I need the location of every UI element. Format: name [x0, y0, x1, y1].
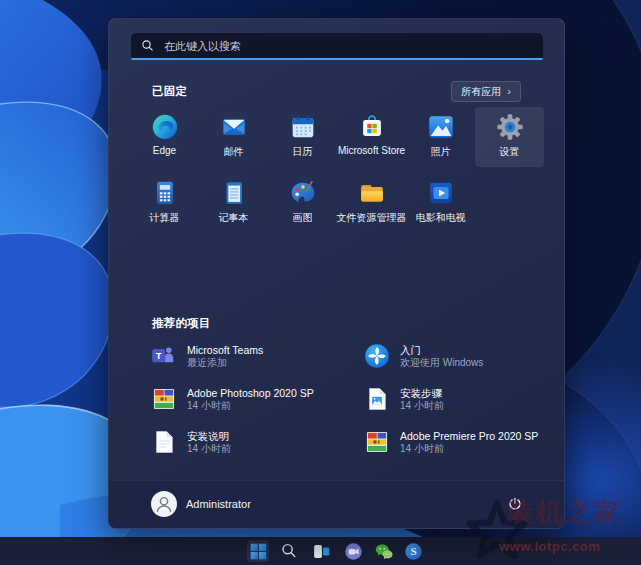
- taskbar-wechat-button[interactable]: [372, 540, 394, 562]
- paint-palette-icon: [288, 178, 318, 208]
- pinned-app-label: 邮件: [224, 145, 244, 159]
- text-file-icon: [150, 428, 178, 456]
- recommended-item-install-steps[interactable]: 安装步骤 14 小时前: [363, 384, 542, 414]
- wechat-icon: [374, 542, 393, 561]
- pinned-app-label: Microsoft Store: [338, 145, 405, 156]
- recommended-item-subtitle: 最近添加: [187, 357, 263, 369]
- taskbar-sogou-input-button[interactable]: S: [402, 540, 424, 562]
- recommended-item-subtitle: 欢迎使用 Windows: [400, 357, 483, 369]
- folder-icon: [357, 178, 387, 208]
- pinned-app-label: 画图: [293, 211, 313, 225]
- svg-text:T: T: [156, 350, 162, 361]
- calculator-icon: [150, 178, 180, 208]
- pinned-grid: Edge 邮件: [130, 107, 544, 239]
- pinned-app-label: 记事本: [219, 211, 249, 225]
- recommended-item-title: 入门: [400, 344, 483, 357]
- windows-start-icon: [249, 542, 268, 561]
- user-bar: Administrator: [109, 480, 564, 528]
- recommended-item-subtitle: 14 小时前: [400, 443, 538, 455]
- user-avatar-icon: [151, 491, 177, 517]
- mail-icon: [219, 112, 249, 142]
- archive-books-icon: [150, 385, 178, 413]
- recommended-item-get-started[interactable]: 入门 欢迎使用 Windows: [363, 341, 542, 371]
- search-icon: [141, 39, 154, 52]
- taskbar-start-button[interactable]: [247, 540, 269, 562]
- movies-tv-icon: [426, 178, 456, 208]
- recommended-item-title: Adobe Premiere Pro 2020 SP: [400, 430, 538, 443]
- recommended-item-premiere[interactable]: Adobe Premiere Pro 2020 SP 14 小时前: [363, 427, 542, 457]
- recommended-item-install-notes[interactable]: 安装说明 14 小时前: [150, 427, 363, 457]
- all-apps-button[interactable]: 所有应用 ›: [451, 81, 521, 102]
- search-input[interactable]: [162, 39, 543, 53]
- pinned-app-label: Edge: [153, 145, 176, 156]
- get-started-icon: [363, 342, 391, 370]
- power-button[interactable]: [504, 493, 526, 515]
- pinned-app-label: 照片: [431, 145, 451, 159]
- chevron-right-icon: ›: [507, 86, 511, 97]
- image-file-icon: [363, 385, 391, 413]
- search-box: [131, 33, 543, 60]
- pinned-app-edge[interactable]: Edge: [130, 107, 199, 167]
- microsoft-store-icon: [357, 112, 387, 142]
- desktop: 已固定 所有应用 ›: [0, 0, 641, 565]
- recommended-item-title: 安装说明: [187, 430, 231, 443]
- pinned-header: 已固定: [152, 84, 187, 99]
- recommended-item-title: 安装步骤: [400, 387, 444, 400]
- recommended-item-title: Adobe Photoshop 2020 SP: [187, 387, 314, 400]
- pinned-app-calendar[interactable]: 日历: [268, 107, 337, 167]
- pinned-app-settings[interactable]: 设置: [475, 107, 544, 167]
- pinned-app-calculator[interactable]: 计算器: [130, 173, 199, 233]
- task-view-icon: [312, 542, 331, 561]
- recommended-item-subtitle: 14 小时前: [187, 400, 314, 412]
- calendar-icon: [288, 112, 318, 142]
- start-menu: 已固定 所有应用 ›: [108, 18, 565, 529]
- user-account-button[interactable]: Administrator: [151, 491, 251, 517]
- recommended-item-subtitle: 14 小时前: [400, 400, 444, 412]
- pinned-app-label: 电影和电视: [416, 211, 466, 225]
- taskbar: S: [0, 537, 641, 565]
- recommended-item-photoshop[interactable]: Adobe Photoshop 2020 SP 14 小时前: [150, 384, 363, 414]
- pinned-app-photos[interactable]: 照片: [406, 107, 475, 167]
- pinned-app-movies-tv[interactable]: 电影和电视: [406, 173, 475, 233]
- recommended-grid: T Microsoft Teams 最近添加: [150, 341, 542, 457]
- recommended-item-teams[interactable]: T Microsoft Teams 最近添加: [150, 341, 363, 371]
- pinned-app-label: 文件资源管理器: [337, 211, 407, 225]
- svg-text:S: S: [410, 545, 416, 557]
- edge-icon: [150, 112, 180, 142]
- recommended-item-title: Microsoft Teams: [187, 344, 263, 357]
- search-icon: [280, 542, 298, 560]
- pinned-app-label: 计算器: [150, 211, 180, 225]
- power-icon: [507, 496, 523, 512]
- pinned-app-mail[interactable]: 邮件: [199, 107, 268, 167]
- taskbar-chat-button[interactable]: [342, 540, 364, 562]
- recommended-item-subtitle: 14 小时前: [187, 443, 231, 455]
- taskbar-task-view-button[interactable]: [310, 540, 332, 562]
- pinned-app-label: 设置: [500, 145, 520, 159]
- taskbar-search-button[interactable]: [278, 540, 300, 562]
- pinned-app-microsoft-store[interactable]: Microsoft Store: [337, 107, 406, 167]
- pinned-app-label: 日历: [293, 145, 313, 159]
- archive-books-icon: [363, 428, 391, 456]
- pinned-app-notepad[interactable]: 记事本: [199, 173, 268, 233]
- pinned-app-paint[interactable]: 画图: [268, 173, 337, 233]
- chat-video-icon: [344, 542, 363, 561]
- user-name: Administrator: [186, 498, 251, 510]
- teams-icon: T: [150, 342, 178, 370]
- sogou-s-icon: S: [404, 542, 423, 561]
- photos-icon: [426, 112, 456, 142]
- notepad-icon: [219, 178, 249, 208]
- recommended-header: 推荐的项目: [152, 316, 211, 331]
- settings-gear-icon: [495, 112, 525, 142]
- pinned-app-file-explorer[interactable]: 文件资源管理器: [337, 173, 406, 233]
- all-apps-label: 所有应用: [461, 85, 501, 99]
